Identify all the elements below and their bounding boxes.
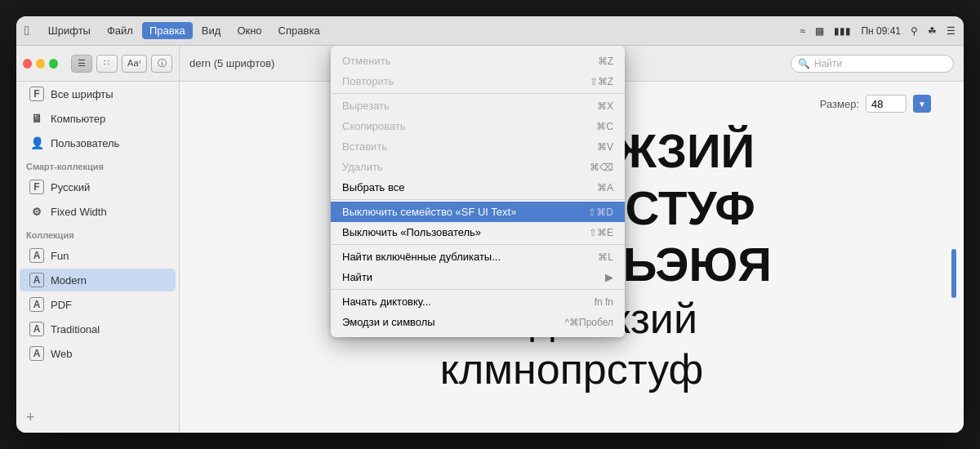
- sidebar-fixed-width-label: Fixed Width: [51, 206, 107, 218]
- smart-collection-header: Смарт-коллекция: [16, 155, 179, 175]
- dropdown-menu: Отменить ⌘Z Повторить ⇧⌘Z Вырезать ⌘X: [331, 46, 625, 337]
- search-icon: 🔍: [798, 58, 810, 69]
- dropdown-item-find-duplicates[interactable]: Найти включённые дубликаты... ⌘L: [331, 247, 625, 267]
- dropdown-section-clipboard: Вырезать ⌘X Скопировать ⌘C Вставить ⌘V: [331, 94, 625, 200]
- dropdown-item-dictation[interactable]: Начать диктовку... fn fn: [331, 291, 625, 312]
- sidebar-fun-label: Fun: [51, 250, 69, 262]
- sidebar-computer-label: Компьютер: [51, 113, 105, 125]
- size-label: Размер:: [820, 98, 859, 110]
- sidebar-traditional-label: Traditional: [51, 323, 100, 336]
- scrollbar-track: [951, 131, 956, 426]
- sidebar-computer-icon: 🖥: [29, 111, 44, 126]
- sidebar-all-fonts-icon: F: [29, 87, 44, 101]
- menu-items: Шрифты Файл Правка Вид Окно Справка: [41, 22, 800, 39]
- dropdown-item-emoji[interactable]: Эмодзи и символы ^⌘Пробел: [331, 312, 625, 332]
- sidebar-item-all-fonts[interactable]: F Все шрифты: [20, 82, 176, 105]
- sidebar-pdf-label: PDF: [51, 299, 72, 311]
- traffic-light-minimize[interactable]: [36, 59, 45, 69]
- sidebar-modern-icon: A: [29, 273, 44, 287]
- preview-line-5: клмнопрстуф: [196, 344, 947, 394]
- wifi-icon: ≈: [800, 25, 806, 37]
- user-menubar-icon[interactable]: ☘: [928, 25, 937, 37]
- menu-item-file[interactable]: Файл: [100, 22, 140, 39]
- dropdown-item-undo[interactable]: Отменить ⌘Z: [331, 51, 625, 71]
- sidebar-item-pdf[interactable]: A PDF: [20, 293, 176, 316]
- sidebar-pdf-icon: A: [29, 297, 44, 312]
- sidebar-aa-btn[interactable]: Aaᶦ: [122, 55, 147, 73]
- mac-window:  Шрифты Файл Правка Вид Окно Справка ≈ …: [16, 16, 964, 433]
- sidebar-web-icon: A: [29, 346, 44, 361]
- sidebar-item-fun[interactable]: A Fun: [20, 244, 176, 267]
- menu-item-view[interactable]: Вид: [194, 22, 229, 39]
- sidebar-item-russian[interactable]: F Русский: [20, 176, 176, 198]
- clock: Пн 09:41: [861, 25, 901, 37]
- search-menubar-icon[interactable]: ⚲: [911, 25, 918, 37]
- sidebar-item-computer[interactable]: 🖥 Компьютер: [20, 107, 176, 130]
- menu-item-edit[interactable]: Правка: [142, 22, 193, 39]
- scrollbar-right[interactable]: [951, 131, 957, 426]
- size-input[interactable]: 48: [866, 95, 906, 113]
- sidebar: ☰ ∷ Aaᶦ ⓘ F Все шрифты 🖥 Компьютер 👤 Пол…: [16, 46, 180, 433]
- list-menubar-icon[interactable]: ☰: [947, 25, 956, 37]
- menu-item-window[interactable]: Окно: [229, 22, 269, 39]
- window-content: ☰ ∷ Aaᶦ ⓘ F Все шрифты 🖥 Компьютер 👤 Пол…: [16, 46, 964, 433]
- sidebar-russian-label: Русский: [51, 181, 90, 193]
- dropdown-section-find: Найти включённые дубликаты... ⌘L Найти ▶: [331, 245, 625, 290]
- dropdown-item-delete[interactable]: Удалить ⌘⌫: [331, 157, 625, 177]
- search-box[interactable]: 🔍 Найти: [791, 55, 954, 73]
- sidebar-info-btn[interactable]: ⓘ: [151, 55, 172, 73]
- dropdown-item-select-all[interactable]: Выбрать все ⌘A: [331, 177, 625, 198]
- size-control: Размер: 48 ▼: [820, 95, 931, 113]
- sidebar-item-traditional[interactable]: A Traditional: [20, 318, 176, 340]
- sidebar-item-web[interactable]: A Web: [20, 342, 176, 365]
- menu-right: ≈ ▩ ▮▮▮ Пн 09:41 ⚲ ☘ ☰: [800, 25, 956, 37]
- dropdown-section-family: Выключить семейство «SF UI Text» ⇧⌘D Вык…: [331, 200, 625, 245]
- menu-item-fonts[interactable]: Шрифты: [41, 22, 98, 39]
- apple-logo-icon[interactable]: : [24, 24, 29, 38]
- sidebar-all-fonts-label: Все шрифты: [51, 88, 114, 100]
- sidebar-list-view-btn[interactable]: ☰: [71, 55, 92, 73]
- sidebar-traditional-icon: A: [29, 322, 44, 336]
- sidebar-item-user[interactable]: 👤 Пользователь: [20, 131, 176, 154]
- sidebar-user-icon: 👤: [29, 136, 44, 150]
- sidebar-grid-view-btn[interactable]: ∷: [96, 55, 118, 73]
- traffic-light-zoom[interactable]: [49, 59, 58, 69]
- menu-item-help[interactable]: Справка: [271, 22, 327, 39]
- sidebar-fixed-width-icon: ⚙: [29, 204, 44, 219]
- add-collection-button[interactable]: +: [16, 402, 179, 433]
- main-area: dern (5 шрифтов) 🔍 Найти Размер: 48 ▼ SF…: [180, 46, 964, 433]
- airplay-icon: ▩: [815, 25, 824, 37]
- sidebar-russian-icon: F: [29, 180, 44, 194]
- dropdown-section-undo: Отменить ⌘Z Повторить ⇧⌘Z: [331, 49, 625, 94]
- sidebar-fun-icon: A: [29, 248, 44, 263]
- sidebar-item-fixed-width[interactable]: ⚙ Fixed Width: [20, 200, 176, 223]
- sidebar-web-label: Web: [51, 348, 73, 360]
- size-dropdown-button[interactable]: ▼: [913, 95, 931, 113]
- battery-icon: ▮▮▮: [834, 25, 851, 37]
- dropdown-item-cut[interactable]: Вырезать ⌘X: [331, 96, 625, 116]
- search-placeholder: Найти: [814, 58, 842, 69]
- dropdown-section-input: Начать диктовку... fn fn Эмодзи и символ…: [331, 290, 625, 334]
- collection-header: Коллекция: [16, 224, 179, 243]
- menu-bar:  Шрифты Файл Правка Вид Окно Справка ≈ …: [16, 16, 964, 46]
- sidebar-item-modern[interactable]: A Modern: [20, 269, 176, 291]
- dropdown-item-find[interactable]: Найти ▶: [331, 267, 625, 287]
- dropdown-item-copy[interactable]: Скопировать ⌘C: [331, 116, 625, 136]
- scrollbar-thumb: [951, 249, 956, 298]
- dropdown-item-redo[interactable]: Повторить ⇧⌘Z: [331, 71, 625, 91]
- dropdown-item-disable-user[interactable]: Выключить «Пользователь» ⇧⌘E: [331, 222, 625, 242]
- sidebar-modern-label: Modern: [51, 274, 87, 287]
- dropdown-item-disable-family[interactable]: Выключить семейство «SF UI Text» ⇧⌘D: [331, 202, 625, 222]
- traffic-light-close[interactable]: [23, 59, 32, 69]
- dropdown-item-paste[interactable]: Вставить ⌘V: [331, 136, 625, 157]
- sidebar-user-label: Пользователь: [51, 137, 119, 149]
